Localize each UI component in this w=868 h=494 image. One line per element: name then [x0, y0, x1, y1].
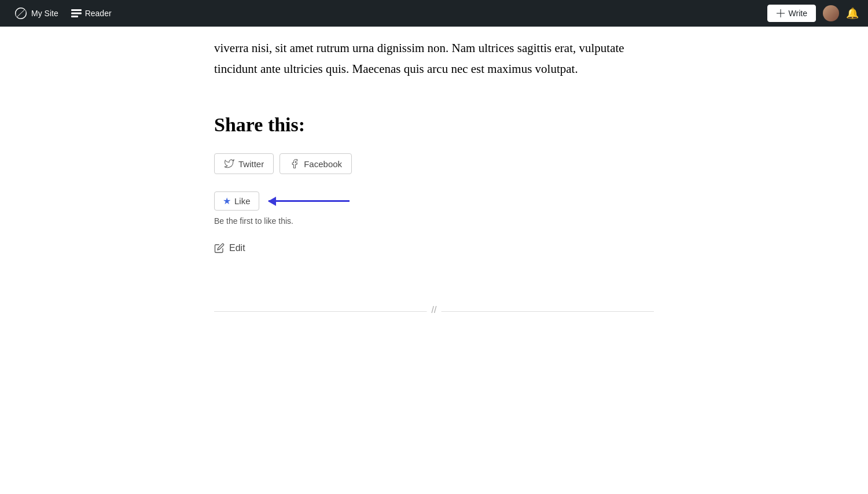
avatar-image — [823, 5, 839, 21]
facebook-icon — [289, 158, 300, 169]
like-button-label: Like — [234, 196, 251, 206]
arrow-line — [269, 200, 350, 202]
twitter-share-button[interactable]: Twitter — [214, 153, 274, 174]
navbar: My Site Reader Write 🔔 — [0, 0, 868, 27]
navbar-right: Write 🔔 — [767, 5, 859, 22]
svg-rect-1 — [71, 13, 82, 14]
edit-icon — [214, 243, 225, 253]
mysite-nav-item[interactable]: My Site — [9, 4, 63, 23]
like-subtext: Be the first to like this. — [214, 216, 654, 226]
edit-label: Edit — [229, 243, 245, 253]
write-label: Write — [789, 9, 807, 18]
facebook-button-label: Facebook — [304, 159, 342, 169]
star-icon: ★ — [223, 196, 231, 207]
notifications-icon[interactable]: 🔔 — [846, 7, 859, 20]
share-title: Share this: — [214, 114, 654, 136]
share-section: Share this: Twitter Facebook ★ Like — [214, 114, 654, 253]
like-button[interactable]: ★ Like — [214, 191, 259, 211]
share-buttons: Twitter Facebook — [214, 153, 654, 174]
like-section: ★ Like Be the first to like this. — [214, 191, 654, 226]
avatar[interactable] — [823, 5, 839, 21]
edit-section: Edit — [214, 243, 654, 253]
mysite-label: My Site — [31, 9, 58, 18]
wordpress-logo-icon — [14, 6, 28, 20]
twitter-button-label: Twitter — [238, 159, 264, 169]
main-content: viverra nisi, sit amet rutrum urna digni… — [203, 0, 665, 312]
reader-label: Reader — [85, 9, 112, 18]
article-body-text: viverra nisi, sit amet rutrum urna digni… — [214, 27, 654, 79]
navbar-left: My Site Reader — [9, 4, 116, 23]
facebook-share-button[interactable]: Facebook — [279, 153, 352, 174]
svg-rect-2 — [71, 16, 78, 17]
edit-link[interactable]: Edit — [214, 243, 654, 253]
svg-rect-0 — [71, 9, 82, 11]
reader-nav-item[interactable]: Reader — [67, 6, 116, 20]
like-row: ★ Like — [214, 191, 654, 211]
footer-divider — [214, 311, 654, 312]
reader-icon — [71, 9, 82, 17]
twitter-icon — [224, 158, 234, 169]
write-icon — [776, 9, 785, 18]
blue-arrow-indicator — [269, 200, 350, 202]
svg-rect-4 — [777, 13, 785, 14]
write-button[interactable]: Write — [767, 5, 816, 22]
